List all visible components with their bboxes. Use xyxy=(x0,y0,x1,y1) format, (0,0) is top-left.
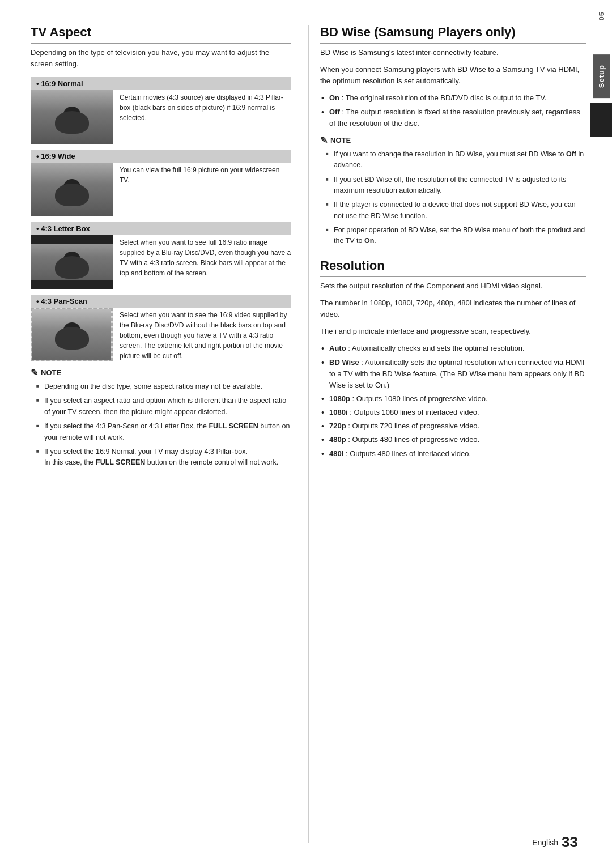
resolution-intro2: The number in 1080p, 1080i, 720p, 480p, … xyxy=(320,297,586,320)
aspect-body-43-letterbox: Select when you want to see full 16:9 ra… xyxy=(31,235,291,289)
bd-note-item-1: If you set BD Wise off, the resolution o… xyxy=(326,175,586,197)
aspect-item-169-wide: • 16:9 Wide You can view the full 16:9 p… xyxy=(31,150,291,216)
resolution-bullet-list: Auto : Automatically checks and sets the… xyxy=(320,343,586,459)
right-column: BD Wise (Samsung Players only) BD Wise i… xyxy=(308,25,586,843)
bd-wise-bullet-on: On : The original resolution of the BD/D… xyxy=(320,92,586,104)
left-note-item-3: If you select the 16:9 Normal, your TV m… xyxy=(36,446,291,469)
bd-wise-intro2: When you connect Samsung players with BD… xyxy=(320,64,586,87)
aspect-header-43-panscan: • 4:3 Pan-Scan xyxy=(31,295,291,308)
bd-note-section: ✎ NOTE If you want to change the resolut… xyxy=(320,135,586,247)
aspect-header-43-letterbox: • 4:3 Letter Box xyxy=(31,222,291,235)
side-tab-container xyxy=(590,0,612,868)
bd-wise-on-label: On xyxy=(329,93,339,102)
letterbox-bar-bottom xyxy=(31,280,113,289)
bd-note-item-0: If you want to change the resolution in … xyxy=(326,149,586,171)
aspect-item-169-normal: • 16:9 Normal Certain movies (4:3 source… xyxy=(31,77,291,144)
aspect-img-43-letterbox xyxy=(31,235,113,289)
left-note-section: ✎ NOTE Depending on the disc type, some … xyxy=(31,367,291,469)
page-wrapper: 05 Setup TV Aspect Depending on the type… xyxy=(0,0,612,868)
bd-note-item-2: If the player is connected to a device t… xyxy=(326,199,586,222)
note-icon: ✎ xyxy=(31,367,38,378)
aspect-img-43-panscan xyxy=(31,308,113,361)
bd-wise-off-label: Off xyxy=(329,108,340,116)
left-note-item-0: Depending on the disc type, some aspect … xyxy=(36,381,291,392)
aspect-desc-169-wide: You can view the full 16:9 picture on yo… xyxy=(120,163,291,185)
bd-wise-off-text: : The output resolution is fixed at the … xyxy=(329,108,580,127)
tv-aspect-title: TV Aspect xyxy=(31,25,291,44)
aspect-desc-43-letterbox: Select when you want to see full 16:9 ra… xyxy=(120,235,291,278)
page-number: 33 xyxy=(562,833,578,851)
bd-wise-on-text: : The original resolution of the BD/DVD … xyxy=(339,93,546,102)
tv-aspect-intro: Depending on the type of television you … xyxy=(31,47,291,69)
resolution-bullet-480p: 480p : Outputs 480 lines of progressive … xyxy=(320,434,586,445)
aspect-img-inner-169-normal xyxy=(31,90,113,144)
aspect-body-169-normal: Certain movies (4:3 source) are displaye… xyxy=(31,90,291,144)
left-note-item-2: If you select the 4:3 Pan-Scan or 4:3 Le… xyxy=(36,421,291,443)
bd-wise-section: BD Wise (Samsung Players only) BD Wise i… xyxy=(320,25,586,247)
aspect-img-169-wide xyxy=(31,163,113,216)
aspect-item-43-letterbox: • 4:3 Letter Box Select when you want to… xyxy=(31,222,291,289)
aspect-body-43-panscan: Select when you want to see the 16:9 vid… xyxy=(31,308,291,361)
aspect-img-inner-43-panscan xyxy=(32,309,111,360)
resolution-bullet-bdwise: BD Wise : Automatically sets the optimal… xyxy=(320,357,586,391)
aspect-body-169-wide: You can view the full 16:9 picture on yo… xyxy=(31,163,291,216)
resolution-bullet-auto: Auto : Automatically checks and sets the… xyxy=(320,343,586,354)
bd-note-header: ✎ NOTE xyxy=(320,135,586,146)
bd-note-label: NOTE xyxy=(330,136,351,144)
english-label: English xyxy=(532,838,558,847)
aspect-desc-169-normal: Certain movies (4:3 source) are displaye… xyxy=(120,90,291,123)
content-area: TV Aspect Depending on the type of telev… xyxy=(0,0,590,868)
left-column: TV Aspect Depending on the type of telev… xyxy=(31,25,308,843)
bd-note-item-3: For proper operation of BD Wise, set the… xyxy=(326,225,586,247)
resolution-bullet-1080p: 1080p : Outputs 1080 lines of progressiv… xyxy=(320,393,586,405)
page-footer: English 33 xyxy=(532,833,578,851)
aspect-desc-43-panscan: Select when you want to see the 16:9 vid… xyxy=(120,308,291,361)
resolution-section: Resolution Sets the output resolution of… xyxy=(320,258,586,459)
bd-wise-bullet-list: On : The original resolution of the BD/D… xyxy=(320,92,586,129)
bd-wise-title: BD Wise (Samsung Players only) xyxy=(320,25,586,44)
left-note-list: Depending on the disc type, some aspect … xyxy=(31,381,291,469)
letterbox-bar-top xyxy=(31,235,113,244)
resolution-intro1: Sets the output resolution of the Compon… xyxy=(320,280,586,292)
resolution-intro3: The i and p indicate interlace and progr… xyxy=(320,326,586,337)
bd-wise-intro1: BD Wise is Samsung's latest inter-connec… xyxy=(320,47,586,58)
resolution-bullet-480i: 480i : Outputs 480 lines of interlaced v… xyxy=(320,448,586,459)
aspect-item-43-panscan: • 4:3 Pan-Scan Select when you want to s… xyxy=(31,295,291,361)
aspect-img-169-normal xyxy=(31,90,113,144)
left-note-label: NOTE xyxy=(41,368,61,377)
aspect-img-inner-169-wide xyxy=(31,163,113,216)
left-note-item-1: If you select an aspect ratio and option… xyxy=(36,395,291,418)
left-note-header: ✎ NOTE xyxy=(31,367,291,378)
bd-note-list: If you want to change the resolution in … xyxy=(320,149,586,247)
aspect-header-169-wide: • 16:9 Wide xyxy=(31,150,291,163)
aspect-header-169-normal: • 16:9 Normal xyxy=(31,77,291,90)
resolution-bullet-1080i: 1080i : Outputs 1080 lines of interlaced… xyxy=(320,407,586,418)
bd-note-icon: ✎ xyxy=(320,135,328,146)
bd-wise-bullet-off: Off : The output resolution is fixed at … xyxy=(320,107,586,129)
resolution-title: Resolution xyxy=(320,258,586,277)
resolution-bullet-720p: 720p : Outputs 720 lines of progressive … xyxy=(320,420,586,432)
